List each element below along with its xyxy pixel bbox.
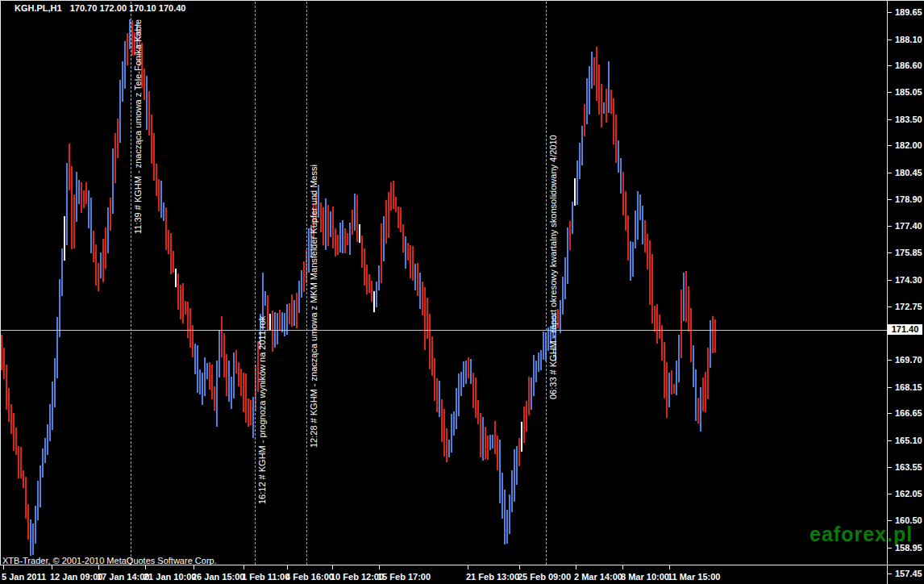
price-bar	[584, 104, 585, 136]
price-bar	[610, 90, 612, 114]
time-scale-tick	[194, 565, 194, 569]
price-bar	[564, 257, 566, 299]
price-scale-tick	[888, 65, 892, 66]
price-bar	[475, 378, 477, 418]
price-bar	[13, 413, 15, 451]
price-bar	[226, 354, 227, 396]
price-bar	[44, 438, 46, 463]
price-bar	[216, 361, 218, 427]
price-bar	[596, 47, 597, 101]
event-marker-line	[306, 2, 307, 565]
frame-top-border	[0, 0, 924, 1]
price-bar	[112, 148, 114, 214]
price-scale-tick	[888, 440, 892, 441]
price-bar	[168, 230, 169, 254]
price-scale-label: 189.65	[895, 7, 922, 17]
price-bar	[90, 198, 92, 253]
price-bar	[485, 427, 486, 459]
price-bar	[272, 311, 273, 352]
price-bar	[245, 373, 247, 423]
price-bar	[441, 399, 443, 442]
price-bar	[3, 348, 5, 379]
price-bar	[151, 115, 152, 164]
price-bar	[429, 314, 431, 369]
time-scale-label: 12 Jan 09:00	[50, 572, 102, 582]
price-bar	[352, 210, 353, 235]
price-bar	[264, 291, 266, 306]
price-bar	[146, 76, 148, 130]
price-bar	[494, 421, 496, 454]
price-bar	[160, 181, 162, 218]
price-bar	[235, 350, 237, 373]
price-bar	[175, 269, 177, 287]
price-bar	[417, 263, 418, 296]
price-scale-label: 175.85	[895, 248, 922, 257]
price-bar	[185, 301, 186, 315]
ohlc-values: 170.70 172.00 170.10 170.40	[70, 3, 186, 13]
price-bar	[85, 182, 87, 204]
event-marker-line	[546, 2, 547, 565]
price-bar	[182, 283, 184, 323]
price-bar	[526, 401, 527, 432]
price-bar	[98, 263, 99, 291]
price-bar	[666, 362, 668, 418]
price-bar	[61, 248, 63, 296]
price-bar	[681, 290, 682, 358]
current-price-line	[0, 330, 888, 331]
price-bar	[361, 236, 363, 268]
price-bar	[637, 191, 639, 240]
price-bar	[81, 182, 82, 213]
price-bar	[114, 133, 116, 183]
price-bar	[499, 440, 501, 503]
price-bar	[354, 194, 356, 231]
price-bar	[279, 310, 281, 330]
time-scale-label: 21 Feb 13:00	[466, 572, 519, 582]
price-bar	[395, 197, 397, 212]
price-bar	[194, 344, 196, 374]
price-bar	[267, 295, 268, 330]
price-bar	[502, 473, 503, 519]
price-scale-tick	[888, 92, 892, 93]
price-scale-label: 163.55	[895, 462, 922, 472]
price-bar	[40, 465, 41, 507]
time-scale-label: 26 Jan 15:00	[192, 572, 244, 582]
price-bar	[32, 524, 34, 555]
price-bar	[482, 417, 484, 461]
price-bar	[277, 313, 278, 344]
price-bar	[705, 372, 706, 412]
price-scale-tick	[888, 280, 892, 281]
price-bar	[712, 316, 714, 353]
price-bar	[153, 133, 155, 181]
chart-title: KGH.PL,H1170.70 172.00 170.10 170.40	[15, 3, 185, 13]
price-scale-label: 186.60	[895, 60, 922, 70]
price-bar	[122, 61, 123, 102]
price-bar	[15, 428, 17, 455]
price-bar	[298, 281, 300, 313]
price-bar	[518, 438, 520, 466]
price-bar	[397, 206, 399, 228]
price-bar	[702, 378, 704, 411]
price-bar	[601, 84, 602, 127]
price-bar	[572, 202, 573, 234]
price-bar	[642, 206, 643, 244]
price-bar	[330, 211, 331, 237]
price-scale-label: 158.95	[895, 543, 922, 553]
price-bar	[458, 373, 460, 416]
price-bar	[356, 195, 358, 242]
price-bar	[644, 220, 646, 252]
price-bar	[419, 273, 421, 309]
price-bar	[468, 357, 469, 378]
price-bar	[506, 510, 508, 544]
price-bar	[714, 319, 716, 352]
price-bar	[303, 261, 305, 292]
price-bar	[83, 190, 85, 208]
price-scale-tick	[888, 574, 892, 574]
price-bar	[613, 98, 614, 144]
price-bar	[407, 243, 409, 261]
price-bar	[332, 206, 334, 248]
price-bar	[378, 265, 380, 290]
price-bar	[47, 424, 48, 455]
price-bar	[516, 446, 518, 485]
time-scale-tick	[287, 565, 288, 569]
price-bar	[603, 102, 605, 114]
